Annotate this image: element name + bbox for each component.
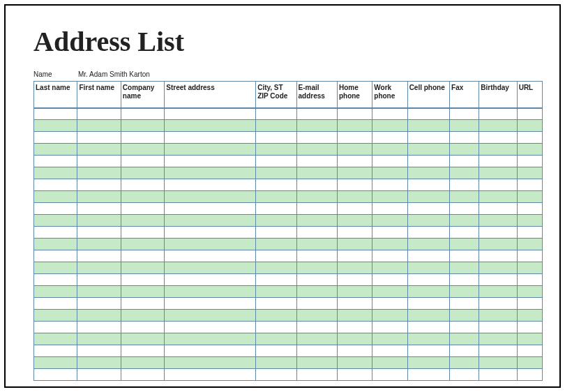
table-cell[interactable] xyxy=(372,286,407,298)
table-cell[interactable] xyxy=(256,262,296,274)
table-cell[interactable] xyxy=(450,250,479,262)
table-cell[interactable] xyxy=(372,250,407,262)
table-cell[interactable] xyxy=(450,132,479,144)
table-cell[interactable] xyxy=(77,167,121,179)
table-cell[interactable] xyxy=(77,274,121,286)
table-cell[interactable] xyxy=(407,108,449,120)
table-cell[interactable] xyxy=(256,203,296,215)
table-cell[interactable] xyxy=(372,333,407,345)
table-cell[interactable] xyxy=(450,239,479,250)
table-cell[interactable] xyxy=(372,345,407,357)
table-cell[interactable] xyxy=(296,179,337,191)
table-cell[interactable] xyxy=(34,262,77,274)
table-cell[interactable] xyxy=(479,120,517,132)
table-cell[interactable] xyxy=(34,132,77,144)
table-cell[interactable] xyxy=(77,298,121,310)
table-cell[interactable] xyxy=(121,369,164,381)
table-cell[interactable] xyxy=(372,203,407,215)
table-cell[interactable] xyxy=(450,333,479,345)
table-cell[interactable] xyxy=(256,298,296,310)
table-cell[interactable] xyxy=(337,250,372,262)
table-cell[interactable] xyxy=(450,156,479,167)
table-cell[interactable] xyxy=(34,333,77,345)
table-cell[interactable] xyxy=(165,120,256,132)
table-cell[interactable] xyxy=(450,108,479,120)
table-cell[interactable] xyxy=(165,227,256,239)
table-cell[interactable] xyxy=(407,215,449,227)
table-cell[interactable] xyxy=(121,333,164,345)
table-cell[interactable] xyxy=(407,227,449,239)
table-cell[interactable] xyxy=(407,167,449,179)
table-cell[interactable] xyxy=(479,310,517,322)
table-cell[interactable] xyxy=(372,262,407,274)
table-cell[interactable] xyxy=(407,298,449,310)
table-cell[interactable] xyxy=(121,239,164,250)
table-cell[interactable] xyxy=(296,333,337,345)
table-cell[interactable] xyxy=(34,203,77,215)
table-cell[interactable] xyxy=(479,156,517,167)
table-cell[interactable] xyxy=(165,215,256,227)
table-cell[interactable] xyxy=(256,357,296,369)
table-cell[interactable] xyxy=(121,345,164,357)
table-cell[interactable] xyxy=(450,144,479,156)
table-cell[interactable] xyxy=(121,274,164,286)
table-cell[interactable] xyxy=(479,227,517,239)
table-cell[interactable] xyxy=(479,369,517,381)
table-cell[interactable] xyxy=(296,156,337,167)
table-cell[interactable] xyxy=(479,203,517,215)
table-cell[interactable] xyxy=(256,108,296,120)
table-cell[interactable] xyxy=(407,322,449,333)
table-cell[interactable] xyxy=(77,262,121,274)
table-cell[interactable] xyxy=(450,286,479,298)
table-cell[interactable] xyxy=(337,179,372,191)
table-cell[interactable] xyxy=(517,322,542,333)
table-cell[interactable] xyxy=(337,132,372,144)
table-cell[interactable] xyxy=(77,345,121,357)
table-cell[interactable] xyxy=(372,108,407,120)
table-cell[interactable] xyxy=(165,274,256,286)
table-cell[interactable] xyxy=(121,191,164,203)
table-cell[interactable] xyxy=(34,345,77,357)
table-cell[interactable] xyxy=(337,369,372,381)
table-cell[interactable] xyxy=(256,239,296,250)
table-cell[interactable] xyxy=(77,203,121,215)
table-cell[interactable] xyxy=(165,262,256,274)
table-cell[interactable] xyxy=(77,108,121,120)
table-cell[interactable] xyxy=(517,167,542,179)
table-cell[interactable] xyxy=(337,156,372,167)
table-cell[interactable] xyxy=(407,333,449,345)
table-cell[interactable] xyxy=(256,132,296,144)
table-cell[interactable] xyxy=(77,191,121,203)
table-cell[interactable] xyxy=(165,203,256,215)
table-cell[interactable] xyxy=(337,298,372,310)
table-cell[interactable] xyxy=(450,345,479,357)
table-cell[interactable] xyxy=(479,250,517,262)
table-cell[interactable] xyxy=(372,179,407,191)
table-cell[interactable] xyxy=(34,298,77,310)
table-cell[interactable] xyxy=(407,156,449,167)
table-cell[interactable] xyxy=(165,179,256,191)
table-cell[interactable] xyxy=(34,286,77,298)
table-cell[interactable] xyxy=(517,250,542,262)
table-cell[interactable] xyxy=(450,357,479,369)
table-cell[interactable] xyxy=(517,191,542,203)
table-cell[interactable] xyxy=(34,120,77,132)
table-cell[interactable] xyxy=(256,322,296,333)
table-cell[interactable] xyxy=(479,179,517,191)
table-cell[interactable] xyxy=(77,333,121,345)
table-cell[interactable] xyxy=(34,144,77,156)
table-cell[interactable] xyxy=(517,156,542,167)
table-cell[interactable] xyxy=(165,333,256,345)
table-cell[interactable] xyxy=(296,345,337,357)
table-cell[interactable] xyxy=(450,179,479,191)
table-cell[interactable] xyxy=(337,167,372,179)
table-cell[interactable] xyxy=(517,179,542,191)
table-cell[interactable] xyxy=(296,369,337,381)
table-cell[interactable] xyxy=(121,286,164,298)
table-cell[interactable] xyxy=(517,274,542,286)
table-cell[interactable] xyxy=(77,250,121,262)
table-cell[interactable] xyxy=(121,310,164,322)
table-cell[interactable] xyxy=(517,203,542,215)
table-cell[interactable] xyxy=(407,310,449,322)
table-cell[interactable] xyxy=(34,239,77,250)
